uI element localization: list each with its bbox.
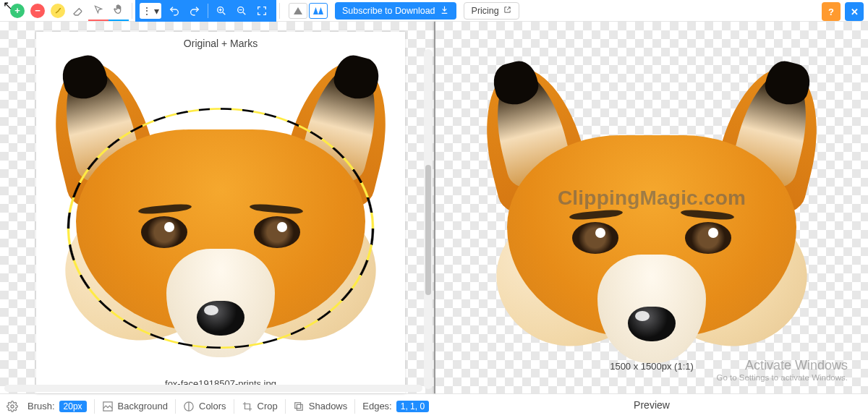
shadows-icon bbox=[293, 401, 305, 412]
view-single[interactable] bbox=[289, 3, 307, 19]
svg-point-2 bbox=[11, 405, 14, 408]
panel-preview: Preview ClippingMagic.com 1500 x 1500px … bbox=[435, 22, 868, 393]
subscribe-download-button[interactable]: Subscribe to Download bbox=[335, 2, 456, 20]
original-canvas[interactable]: Original + Marks fox-face1918507-prints.… bbox=[36, 32, 405, 393]
horizontal-scrollbar[interactable] bbox=[4, 385, 422, 392]
brush-label: Brush: bbox=[27, 401, 55, 411]
shadows-label: Shadows bbox=[309, 401, 347, 411]
add-mark-tool[interactable]: + bbox=[10, 4, 25, 18]
colors-icon bbox=[183, 401, 195, 412]
pointer-tool[interactable] bbox=[88, 1, 109, 21]
colors-label: Colors bbox=[199, 401, 226, 411]
undo-button[interactable] bbox=[164, 1, 184, 20]
vertical-scrollbar[interactable] bbox=[424, 49, 433, 389]
svg-rect-5 bbox=[295, 402, 301, 408]
fit-screen-button[interactable] bbox=[252, 1, 272, 20]
options-dropdown[interactable]: ⋮ ▾ bbox=[140, 3, 161, 19]
blue-toolbar-segment: ⋮ ▾ bbox=[135, 0, 276, 22]
help-button[interactable]: ? bbox=[822, 2, 841, 21]
view-split[interactable] bbox=[309, 3, 328, 19]
zoom-in-button[interactable] bbox=[211, 1, 231, 20]
crop-label: Crop bbox=[258, 401, 278, 411]
download-icon bbox=[440, 5, 449, 17]
crop-icon bbox=[242, 401, 253, 412]
close-button[interactable]: ✕ bbox=[845, 2, 864, 21]
fox-image-original bbox=[54, 61, 387, 364]
svg-rect-6 bbox=[297, 404, 302, 410]
background-icon bbox=[102, 401, 114, 412]
panel-original: Original + Marks fox-face1918507-prints.… bbox=[0, 22, 434, 393]
redo-button[interactable] bbox=[184, 1, 205, 20]
edges-label: Edges: bbox=[362, 401, 391, 411]
brush-value: 20px bbox=[59, 401, 87, 412]
colors-control[interactable]: Colors bbox=[183, 401, 226, 412]
hair-tool[interactable]: ⟋ bbox=[51, 4, 65, 18]
original-title: Original + Marks bbox=[36, 32, 405, 49]
zoom-out-button[interactable] bbox=[231, 1, 252, 20]
settings-gear-icon[interactable] bbox=[4, 398, 20, 414]
edges-value: 1, 1, 0 bbox=[396, 401, 429, 412]
pricing-button[interactable]: Pricing bbox=[464, 2, 519, 20]
background-label: Background bbox=[118, 401, 168, 411]
subscribe-label: Subscribe to Download bbox=[342, 6, 435, 16]
fox-image-preview bbox=[485, 67, 818, 370]
eraser-tool[interactable] bbox=[68, 1, 88, 21]
remove-mark-tool[interactable]: − bbox=[30, 4, 45, 18]
background-control[interactable]: Background bbox=[102, 401, 168, 412]
compare-view-toggle bbox=[287, 1, 329, 20]
edges-control[interactable]: Edges: 1, 1, 0 bbox=[362, 401, 429, 412]
preview-title: Preview bbox=[435, 393, 868, 411]
pan-tool[interactable] bbox=[109, 1, 129, 21]
preview-dimensions: 1500 x 1500px (1:1) bbox=[435, 361, 868, 372]
crop-control[interactable]: Crop bbox=[242, 401, 278, 412]
shadows-control[interactable]: Shadows bbox=[293, 401, 347, 412]
external-link-icon bbox=[503, 6, 511, 16]
top-toolbar: ↖ + − ⟋ ⋮ ▾ bbox=[0, 0, 868, 22]
brush-control[interactable]: Brush: 20px bbox=[27, 401, 87, 412]
pricing-label: Pricing bbox=[472, 6, 499, 16]
workspace: Original + Marks fox-face1918507-prints.… bbox=[0, 22, 868, 393]
